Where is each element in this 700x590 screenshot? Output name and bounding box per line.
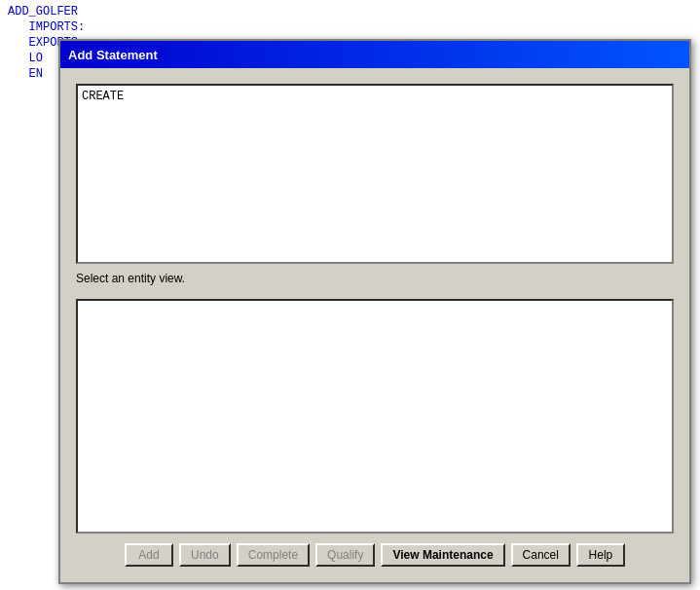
complete-button[interactable]: Complete	[237, 543, 310, 567]
statement-textarea-top[interactable]: CREATE	[76, 84, 674, 264]
modal-overlay: Add Statement CREATE Select an entity vi…	[0, 0, 700, 590]
dialog-title: Add Statement	[68, 48, 158, 62]
dialog-body: CREATE Select an entity view. Add Undo C…	[60, 68, 689, 582]
select-entity-label: Select an entity view.	[76, 272, 674, 285]
cancel-button[interactable]: Cancel	[511, 543, 571, 567]
qualify-button[interactable]: Qualify	[315, 543, 375, 567]
button-row: Add Undo Complete Qualify View Maintenan…	[76, 534, 674, 571]
help-button[interactable]: Help	[576, 543, 625, 567]
view-maintenance-button[interactable]: View Maintenance	[381, 543, 504, 567]
undo-button[interactable]: Undo	[179, 543, 231, 567]
statement-content: CREATE	[82, 90, 124, 103]
entity-view-textarea[interactable]	[76, 299, 674, 534]
dialog-title-bar: Add Statement	[60, 41, 689, 68]
add-statement-dialog: Add Statement CREATE Select an entity vi…	[58, 39, 691, 584]
add-button[interactable]: Add	[125, 543, 173, 567]
